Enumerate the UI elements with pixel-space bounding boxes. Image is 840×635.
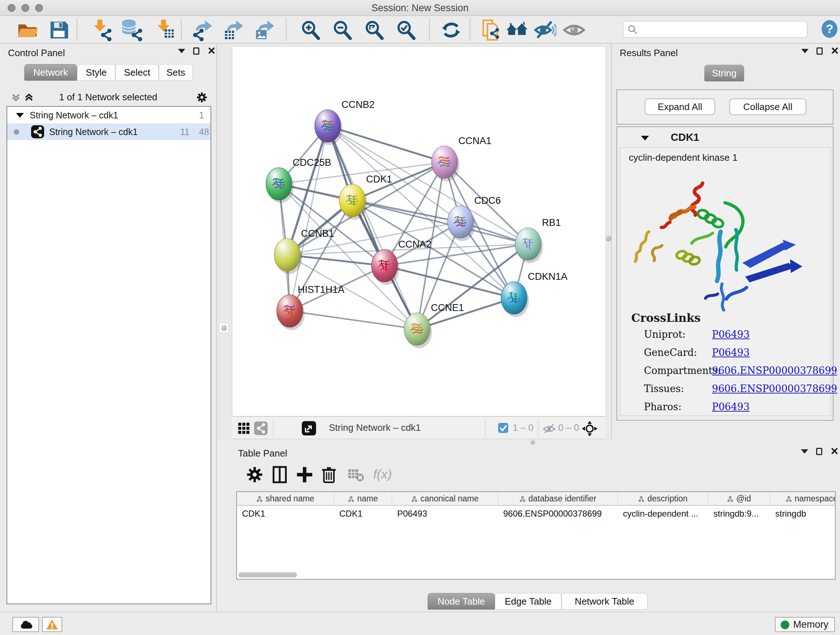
node-CCNB1[interactable]	[274, 239, 302, 274]
protein-structure-image	[627, 168, 823, 311]
node-CCNE1[interactable]	[404, 313, 432, 348]
crosslink-link[interactable]: P06493	[712, 401, 750, 412]
table-cell[interactable]: stringdb	[770, 507, 836, 521]
node-CCNA2[interactable]	[371, 249, 399, 285]
column-header-namespace[interactable]: namespace	[770, 492, 836, 506]
warnings-button[interactable]	[42, 617, 62, 632]
panel-menu-icon[interactable]	[801, 49, 808, 53]
refresh-icon[interactable]	[440, 19, 462, 41]
import-network-icon[interactable]	[90, 19, 113, 41]
float-panel-icon[interactable]	[816, 448, 822, 455]
column-header--id[interactable]: @id	[708, 492, 770, 506]
column-header-name[interactable]: name	[334, 492, 392, 506]
table-settings-icon[interactable]	[245, 465, 264, 484]
node-CDKN1A[interactable]	[501, 282, 529, 317]
table-cell[interactable]: 9606.ENSP00000378699	[498, 507, 618, 521]
node-HIST1H1A[interactable]	[277, 295, 305, 330]
zoom-selected-icon[interactable]	[395, 19, 417, 41]
section-collapse-icon[interactable]	[641, 136, 649, 141]
table-cell[interactable]: CDK1	[334, 507, 392, 521]
zoom-in-icon[interactable]	[300, 19, 322, 41]
bar-separator	[273, 420, 273, 436]
tab-network-table[interactable]: Network Table	[561, 593, 647, 610]
delete-table-icon[interactable]	[347, 465, 365, 484]
string-import-icon[interactable]	[480, 19, 503, 41]
home-layout-icon[interactable]	[506, 19, 528, 41]
zoom-out-icon[interactable]	[332, 19, 354, 41]
tab-string[interactable]: String	[704, 65, 744, 81]
search-input[interactable]	[641, 23, 801, 36]
collection-expand-icon[interactable]	[16, 113, 24, 118]
left-splitter[interactable]	[217, 44, 232, 440]
column-header-canonical-name[interactable]: canonical name	[392, 492, 498, 506]
network-list-statusbar: 1 of 1 Network selected	[0, 89, 216, 105]
node-RB1[interactable]	[515, 228, 543, 263]
crosslink-link[interactable]: P06493	[712, 347, 750, 358]
tab-select[interactable]: Select	[115, 64, 159, 81]
float-panel-icon[interactable]	[816, 48, 823, 55]
open-in-window-icon[interactable]	[302, 421, 317, 436]
column-header-description[interactable]: description	[618, 492, 708, 506]
float-panel-icon[interactable]	[193, 48, 199, 55]
crosslink-link[interactable]: 9606.ENSP00000378699	[712, 383, 837, 394]
export-image-icon[interactable]	[253, 19, 276, 41]
table-header-row: shared namenamecanonical namedatabase id…	[237, 492, 836, 506]
table-cell[interactable]: P06493	[392, 507, 498, 521]
node-CDK1[interactable]	[339, 184, 367, 220]
tab-edge-table[interactable]: Edge Table	[495, 593, 561, 610]
network-collection-row[interactable]: String Network – cdk1 1	[7, 107, 210, 124]
import-database-icon[interactable]	[120, 19, 143, 41]
tab-node-table[interactable]: Node Table	[428, 593, 495, 610]
horizontal-scrollbar-thumb[interactable]	[238, 572, 297, 578]
bottom-splitter-handle[interactable]	[531, 440, 535, 445]
delete-column-icon[interactable]	[320, 465, 339, 484]
save-session-icon[interactable]	[48, 19, 70, 41]
column-header-database-identifier[interactable]: database identifier	[498, 492, 618, 506]
import-table-icon[interactable]	[154, 19, 177, 41]
panel-menu-icon[interactable]	[178, 49, 185, 53]
right-splitter-handle[interactable]	[606, 236, 611, 241]
close-panel-icon[interactable]: ✕	[831, 48, 839, 55]
close-panel-icon[interactable]: ✕	[830, 448, 838, 455]
show-panels-icon[interactable]	[563, 19, 585, 41]
bar-separator	[485, 420, 485, 436]
zoom-fit-icon[interactable]	[363, 19, 386, 41]
open-session-icon[interactable]	[16, 19, 39, 41]
tab-style[interactable]: Style	[77, 64, 115, 81]
network-row[interactable]: String Network – cdk1 11 48	[7, 124, 210, 140]
grid-view-icon[interactable]	[237, 421, 251, 435]
expand-all-button[interactable]: Expand All	[645, 98, 715, 115]
memory-button[interactable]: Memory	[775, 617, 835, 632]
selected-checkbox-icon[interactable]	[498, 423, 508, 433]
export-network-icon[interactable]	[191, 19, 213, 41]
crosslink-link[interactable]: P06493	[712, 329, 750, 340]
crosslink-link[interactable]: 9606.ENSP00000378699	[712, 365, 837, 376]
table-cell[interactable]: stringdb:9...	[708, 507, 770, 521]
panel-menu-icon[interactable]	[801, 449, 808, 454]
table-cell[interactable]: cyclin-dependent ...	[618, 507, 708, 521]
share-view-icon[interactable]	[254, 421, 268, 435]
close-panel-icon[interactable]: ✕	[207, 48, 216, 55]
node-details-box: cyclin-dependent kinase 1	[620, 147, 831, 416]
help-button[interactable]: ?	[820, 19, 839, 40]
export-table-icon[interactable]	[222, 19, 245, 41]
show-columns-icon[interactable]	[271, 465, 289, 484]
bottom-splitter[interactable]	[232, 439, 840, 445]
gear-icon[interactable]	[195, 91, 208, 104]
network-canvas[interactable]: CCNB2CCNA1CDC25BCDK1CDC6RB1CCNB1CCNA2CDK…	[232, 46, 606, 416]
right-splitter[interactable]	[606, 44, 611, 440]
column-header-shared-name[interactable]: shared name	[237, 492, 334, 506]
tab-network[interactable]: Network	[24, 64, 77, 81]
node-CDC25B[interactable]	[266, 168, 294, 203]
collapse-all-button[interactable]: Collapse All	[729, 98, 806, 115]
node-CCNB2[interactable]	[315, 110, 343, 145]
left-splitter-handle[interactable]	[219, 323, 229, 333]
hide-panels-icon[interactable]	[534, 19, 556, 41]
fit-selected-icon[interactable]	[581, 420, 598, 437]
edge-HIST1H1A-CCNE1	[290, 311, 417, 329]
cloud-button[interactable]	[12, 617, 39, 632]
function-builder-icon[interactable]: f(x)	[370, 465, 403, 484]
tab-sets[interactable]: Sets	[159, 64, 193, 81]
table-cell[interactable]: CDK1	[237, 507, 334, 521]
add-column-icon[interactable]	[295, 465, 314, 484]
